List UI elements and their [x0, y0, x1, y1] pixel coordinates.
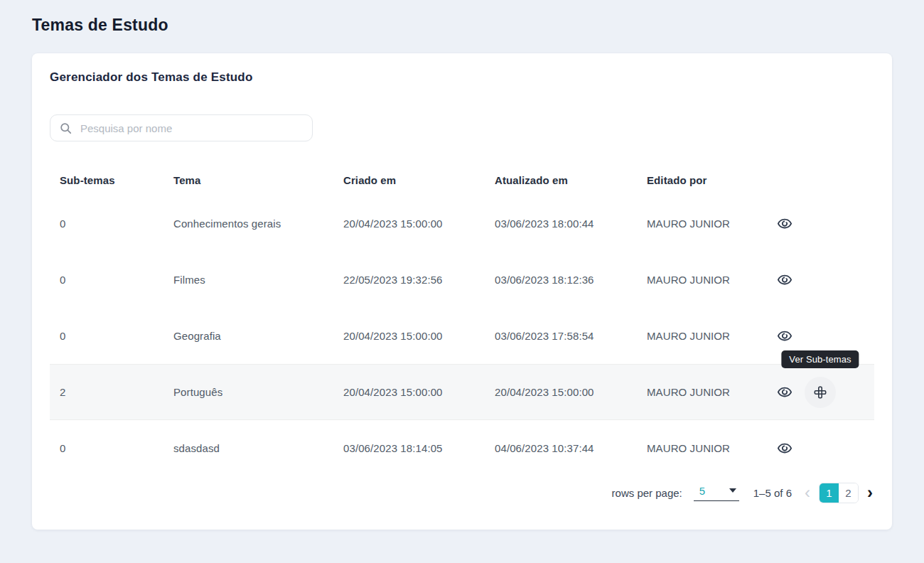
page: Temas de Estudo Gerenciador dos Temas de… [0, 0, 924, 558]
cell-actions: Ver Sub-temas [765, 377, 874, 408]
cell-criado-em: 20/04/2023 15:00:00 [333, 330, 485, 342]
temas-card: Gerenciador dos Temas de Estudo Sub-tema… [32, 53, 892, 530]
cell-actions: Ver Sub-temas [765, 266, 874, 294]
cell-editado-por: MAURO JUNIOR [637, 218, 765, 230]
column-header-tema: Tema [163, 174, 333, 186]
pagination-range: 1–5 of 6 [753, 487, 792, 499]
search-input[interactable] [79, 122, 303, 135]
next-page-button[interactable]: › [866, 484, 874, 501]
cell-atualizado-em: 20/04/2023 15:00:00 [485, 386, 637, 398]
eye-icon [777, 441, 793, 456]
page-button-2[interactable]: 2 [839, 483, 858, 503]
table-row[interactable]: 0 Geografia 20/04/2023 15:00:00 03/06/20… [50, 308, 874, 364]
cell-atualizado-em: 03/06/2023 17:58:54 [485, 330, 637, 342]
cell-criado-em: 22/05/2023 19:32:56 [333, 274, 485, 286]
cell-subtemas: 2 [50, 386, 163, 398]
table-row[interactable]: 0 Conhecimentos gerais 20/04/2023 15:00:… [50, 195, 874, 252]
cell-actions: Ver Sub-temas [765, 210, 874, 238]
add-subtema-button[interactable] [805, 377, 836, 408]
cell-tema: Conhecimentos gerais [163, 218, 333, 230]
page-button-1[interactable]: 1 [820, 483, 839, 503]
table-body: 0 Conhecimentos gerais 20/04/2023 15:00:… [50, 195, 874, 476]
page-buttons: 1 2 [819, 483, 859, 503]
search-icon [59, 122, 72, 135]
temas-table: Sub-temas Tema Criado em Atualizado em E… [50, 164, 874, 476]
chevron-down-icon [729, 488, 736, 493]
pagination-bar: rows per page: 5 1–5 of 6 ‹ 1 2 › [50, 476, 874, 509]
eye-icon [777, 385, 793, 400]
rows-per-page-select[interactable]: 5 [694, 485, 739, 501]
pager: ‹ 1 2 › [803, 483, 874, 503]
cell-editado-por: MAURO JUNIOR [637, 274, 765, 286]
cell-subtemas: 0 [50, 442, 163, 454]
eye-icon [777, 328, 793, 344]
cell-subtemas: 0 [50, 218, 163, 230]
table-row[interactable]: 2 Português 20/04/2023 15:00:00 20/04/20… [50, 364, 874, 420]
card-title: Gerenciador dos Temas de Estudo [50, 70, 874, 85]
column-header-editado-por: Editado por [637, 174, 765, 186]
cell-tema: Filmes [163, 274, 333, 286]
eye-icon [777, 272, 793, 288]
cell-atualizado-em: 03/06/2023 18:00:44 [485, 218, 637, 230]
column-header-atualizado-em: Atualizado em [485, 174, 637, 186]
prev-page-button[interactable]: ‹ [803, 484, 812, 501]
tooltip-ver-subtemas: Ver Sub-temas [781, 350, 859, 368]
rows-per-page-label: rows per page: [612, 487, 682, 499]
view-tema-button[interactable] [770, 378, 799, 407]
cell-tema: Geografia [163, 330, 333, 342]
cell-criado-em: 20/04/2023 15:00:00 [333, 386, 485, 398]
plus-interlock-icon [812, 385, 828, 400]
cell-actions: Ver Sub-temas [765, 322, 874, 350]
cell-editado-por: MAURO JUNIOR [637, 386, 765, 398]
cell-editado-por: MAURO JUNIOR [637, 442, 765, 454]
column-header-subtemas: Sub-temas [50, 174, 163, 186]
table-row[interactable]: 0 sdasdasd 03/06/2023 18:14:05 04/06/202… [50, 420, 874, 476]
chevron-left-icon: ‹ [805, 483, 810, 502]
cell-criado-em: 03/06/2023 18:14:05 [333, 442, 485, 454]
view-tema-button[interactable] [770, 322, 799, 350]
cell-tema: Português [163, 386, 333, 398]
cell-actions: Ver Sub-temas [765, 434, 874, 463]
page-title: Temas de Estudo [32, 16, 892, 35]
cell-tema: sdasdasd [163, 442, 333, 454]
chevron-right-icon: › [867, 483, 873, 502]
table-header-row: Sub-temas Tema Criado em Atualizado em E… [50, 164, 874, 195]
view-tema-button[interactable] [770, 266, 799, 294]
cell-editado-por: MAURO JUNIOR [637, 330, 765, 342]
cell-atualizado-em: 03/06/2023 18:12:36 [485, 274, 637, 286]
cell-atualizado-em: 04/06/2023 10:37:44 [485, 442, 637, 454]
view-tema-button[interactable] [770, 210, 799, 238]
table-row[interactable]: 0 Filmes 22/05/2023 19:32:56 03/06/2023 … [50, 252, 874, 308]
view-tema-button[interactable] [770, 434, 799, 463]
rows-per-page-value: 5 [699, 485, 705, 497]
eye-icon [777, 216, 793, 232]
cell-subtemas: 0 [50, 330, 163, 342]
search-input-wrapper[interactable] [50, 114, 313, 141]
column-header-criado-em: Criado em [333, 174, 485, 186]
cell-criado-em: 20/04/2023 15:00:00 [333, 218, 485, 230]
cell-subtemas: 0 [50, 274, 163, 286]
